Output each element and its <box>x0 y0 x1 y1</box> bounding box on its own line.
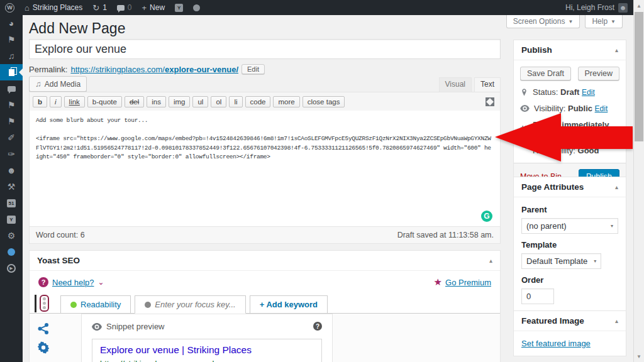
scrollbar-thumb[interactable] <box>635 12 643 141</box>
add-keyword-button[interactable]: + Add keyword <box>250 295 328 314</box>
caret-down-icon: ▼ <box>611 19 616 25</box>
permalink-edit-button[interactable]: Edit <box>242 64 265 74</box>
sidebar-item-posts[interactable]: ⚑ <box>0 31 23 48</box>
avatar[interactable]: ☻ <box>618 3 628 13</box>
sidebar-item-comments[interactable] <box>0 80 23 97</box>
schedule-row: Publish immediately Edit <box>520 120 619 139</box>
sidebar-item-dashboard[interactable]: ◕ <box>0 15 23 31</box>
need-help-link[interactable]: Need help? <box>52 278 94 287</box>
qt-ins-button[interactable]: ins <box>147 96 166 107</box>
sidebar-item-insights[interactable]: 51 <box>0 195 23 211</box>
go-premium-link[interactable]: Go Premium <box>445 278 491 287</box>
collapse-icon[interactable]: ▴ <box>615 317 618 324</box>
question-icon: ? <box>38 277 48 287</box>
parent-select[interactable]: (no parent) ▾ <box>521 218 618 234</box>
blue-plugin-icon <box>8 248 15 256</box>
snippet-preview-box: Explore our venue | Striking Places http… <box>92 339 322 362</box>
collapse-icon[interactable]: ▴ <box>489 257 492 264</box>
qt-ol-button[interactable]: ol <box>211 96 226 107</box>
tab-focus-keyword[interactable]: Enter your focus key... <box>135 295 245 314</box>
sidebar-item-tools[interactable]: ⚒ <box>0 178 23 195</box>
tab-visual[interactable]: Visual <box>439 77 472 92</box>
sidebar-item-settings[interactable]: ⚙ <box>0 228 23 244</box>
settings-gear-icon: ⚙ <box>8 231 16 241</box>
scrollbar[interactable]: ▲ ▼ <box>633 0 644 362</box>
qt-img-button[interactable]: img <box>169 96 191 107</box>
tab-readability[interactable]: Readability <box>60 295 131 314</box>
status-pin-icon <box>520 88 528 97</box>
updates-link[interactable]: ↻ 1 <box>87 0 112 15</box>
screen-options-label: Screen Options <box>513 17 565 26</box>
help-button[interactable]: Help ▼ <box>585 15 623 28</box>
sidebar-item-plugins[interactable]: ✑ <box>0 146 23 162</box>
collapse-icon[interactable]: ▴ <box>615 184 618 190</box>
permalink-slug: explore-our-venue/ <box>165 65 238 74</box>
order-input[interactable] <box>521 288 554 304</box>
scrollbar-down-arrow[interactable]: ▼ <box>634 351 644 361</box>
distraction-free-expand-icon[interactable] <box>486 97 494 106</box>
qt-code-button[interactable]: code <box>245 96 271 107</box>
editor-mode-tabs: Visual Text <box>29 77 501 92</box>
qt-ul-button[interactable]: ul <box>192 96 208 107</box>
yoast-content: Snippet preview ? Explore our venue | St… <box>30 314 500 362</box>
qt-italic-button[interactable]: i <box>50 96 62 107</box>
wordpress-menu[interactable]: W <box>0 0 19 15</box>
set-featured-image-link[interactable]: Set featured image <box>521 339 591 348</box>
sidebar-item-custom-type-2[interactable]: ⚑ <box>0 113 23 129</box>
tools-icon: ⚒ <box>8 182 16 192</box>
qt-link-button[interactable]: link <box>64 96 85 107</box>
edit-status-link[interactable]: Edit <box>582 88 595 97</box>
eye-icon <box>92 323 102 331</box>
text-editor: b i link b-quote del ins img ul ol li co… <box>29 92 501 244</box>
edit-visibility-link[interactable]: Edit <box>595 104 608 113</box>
qt-blockquote-button[interactable]: b-quote <box>87 96 122 107</box>
sidebar-item-media[interactable]: ♫ <box>0 48 23 64</box>
social-share-icon[interactable] <box>37 322 50 337</box>
account-greeting[interactable]: Hi, Leigh Frost <box>565 3 614 12</box>
permalink-label: Permalink: <box>29 65 67 74</box>
sidebar-item-users[interactable]: ☻ <box>0 162 23 178</box>
edit-schedule-link[interactable]: Edit <box>533 130 546 139</box>
page-attributes-header: Page Attributes ▴ <box>514 177 626 197</box>
comments-link[interactable]: 0 <box>112 0 137 15</box>
collapse-icon[interactable]: ▴ <box>615 47 618 53</box>
chevron-down-icon: ⌄ <box>98 278 104 287</box>
sidebar-item-yoast-seo[interactable]: Y <box>0 211 23 228</box>
yoast-adminbar-menu[interactable]: Y <box>170 0 188 15</box>
qt-bold-button[interactable]: b <box>33 96 47 107</box>
preview-button[interactable]: Preview <box>578 67 619 80</box>
save-draft-button[interactable]: Save Draft <box>520 67 571 80</box>
sidebar-item-appearance[interactable]: ✐ <box>0 129 23 146</box>
featured-image-title: Featured Image <box>521 316 584 326</box>
featured-image-metabox: Featured Image ▴ Set featured image <box>513 310 626 356</box>
template-label: Template <box>521 240 618 250</box>
sidebar-item-video-tours[interactable]: ▶ <box>0 260 23 277</box>
sidebar-item-plugin-blue[interactable] <box>0 244 23 260</box>
site-link[interactable]: ⌂ Striking Places <box>19 0 87 15</box>
star-icon: ★ <box>434 277 442 288</box>
sidebar-item-custom-type-1[interactable]: ⚑ <box>0 97 23 113</box>
new-content-menu[interactable]: + New <box>137 0 170 15</box>
qt-close-tags-button[interactable]: close tags <box>303 96 345 107</box>
word-count-value: 6 <box>80 231 85 239</box>
template-select[interactable]: Default Template ▾ <box>521 253 601 269</box>
snippet-title[interactable]: Explore our venue | Striking Places <box>100 344 314 356</box>
permalink-row: Permalink: https://strikingplaces.com/ex… <box>29 64 265 74</box>
tab-text[interactable]: Text <box>474 77 501 92</box>
post-content-textarea[interactable]: Add some blurb about your tour... <ifram… <box>30 111 500 226</box>
play-circle-icon: ▶ <box>7 264 16 273</box>
insights-icon: 51 <box>7 199 16 207</box>
snippet-help-icon[interactable]: ? <box>313 322 322 331</box>
screen-options-button[interactable]: Screen Options ▼ <box>506 15 580 28</box>
comments-count: 0 <box>128 3 132 12</box>
grammarly-icon[interactable]: G <box>481 211 492 222</box>
plugin-adminbar-menu[interactable] <box>188 0 205 15</box>
sidebar-item-pages[interactable] <box>0 64 23 80</box>
gear-icon[interactable] <box>37 341 50 356</box>
permalink-link[interactable]: https://strikingplaces.com/explore-our-v… <box>70 65 238 74</box>
post-title-input[interactable] <box>29 39 501 59</box>
qt-li-button[interactable]: li <box>229 96 242 107</box>
qt-more-button[interactable]: more <box>273 96 299 107</box>
qt-del-button[interactable]: del <box>125 96 144 107</box>
scrollbar-up-arrow[interactable]: ▲ <box>634 1 644 11</box>
